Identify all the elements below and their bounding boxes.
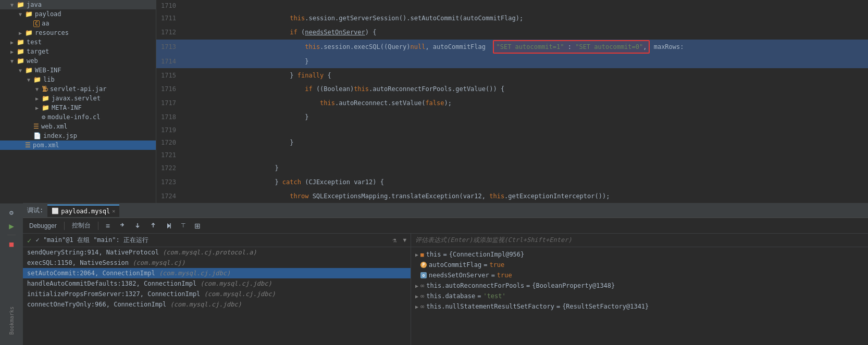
sidebar-item-label: META-INF [52,104,82,111]
step-into-btn[interactable] [132,221,143,231]
code-lines: 1710 1711 this.session.getServerSession(… [156,0,868,203]
line-number: 1711 [156,12,182,24]
folder-icon: 📁 [42,104,49,111]
var-item-needssetonserver[interactable]: ▶ o needsSetOnServer = true [411,270,868,280]
run-btn[interactable]: ▶ [7,221,16,231]
var-value: true [489,261,504,269]
sidebar-item-servlet[interactable]: ▼ 🗜 servlet-api.jar [0,84,156,94]
sidebar-item-lib[interactable]: ▼ 📁 lib [0,75,156,84]
thread-status: ✓ ✓ "main"@1 在组 "main": 正在运行 ⚗ ▼ [23,234,411,247]
chevron-icon: ▼ [19,68,25,73]
var-item-this[interactable]: ▶ ■ this = {ConnectionImpl@956} [411,249,868,260]
folder-icon: 📁 [33,76,41,83]
line-number: 1724 [156,190,182,202]
code-text: } [230,113,309,121]
sidebar-item-java[interactable]: ▼ 📁 java [0,0,156,9]
var-item-autoreconnect[interactable]: ▶ ∞ this.autoReconnectForPools = {Boolea… [411,280,868,291]
sidebar-item-module[interactable]: ▶ ⚙ module-info.cl [0,112,156,122]
var-value: {ConnectionImpl@956} [449,251,525,258]
chevron-icon: ▶ [35,96,42,101]
jar-icon: 🗜 [42,85,48,93]
debug-tab-active[interactable]: ⬜ payload.mysql ✕ [47,205,119,217]
chevron-icon: ▼ [35,86,42,92]
var-arrow-icon: ▶ [415,304,418,310]
sidebar-item-resources[interactable]: ▶ 📁 resources [0,28,156,37]
stack-frame-4[interactable]: initializePropsFromServer:1327, Connecti… [23,289,411,299]
run-to-cursor-btn[interactable] [163,221,175,231]
filter-icon[interactable]: ⚗ [393,236,397,244]
var-item-database[interactable]: ▶ ∞ this.database = 'test' [411,291,868,301]
stop-btn[interactable]: ■ [7,239,16,249]
eval-placeholder[interactable]: 评估表达式(Enter)或添加监视(Ctrl+Shift+Enter) [415,236,572,244]
line-number: 1717 [156,97,182,109]
sidebar-item-label: payload [35,10,61,18]
frames-btn[interactable]: ⊤ [179,221,188,230]
settings-btn[interactable]: ⚙ [7,208,16,217]
toolbar-sep [64,222,65,230]
bookmarks-section: Bookmarks [0,306,23,335]
var-item-nullstatement[interactable]: ▶ ∞ this.nullStatementResultSetFactory =… [411,301,868,312]
line-number: 1721 [156,149,182,161]
chevron-icon: ▼ [10,2,17,8]
throw-keyword: throw [290,193,308,200]
debug-panel: ⚙ ▶ ■ Bookmarks 调试: ⬜ payload.mysql ✕ De… [23,203,868,345]
sidebar-item-metainf[interactable]: ▶ 📁 META-INF [0,103,156,112]
console-btn[interactable]: 控制台 [70,220,93,231]
step-over-icon [118,222,126,229]
tab-close-btn[interactable]: ✕ [112,208,115,214]
stack-frame-0[interactable]: sendQueryString:914, NativeProtocol (com… [23,247,411,258]
stack-panel: ✓ ✓ "main"@1 在组 "main": 正在运行 ⚗ ▼ sendQue… [23,234,411,345]
sidebar-item-label: web.xml [41,123,68,130]
toolbar-sep2 [98,222,98,230]
var-equals: = [443,251,447,258]
chevron-icon: ▶ [10,49,17,55]
sidebar-item-aa[interactable]: ▶ C aa [0,19,156,28]
this-var-icon: ■ [420,251,424,258]
sidebar-item-javax[interactable]: ▶ 📁 javax.servlet [0,94,156,103]
folder-icon: 📁 [17,48,24,55]
sidebar-item-web[interactable]: ▼ 📁 web [0,56,156,66]
dropdown-arrow[interactable]: ▼ [403,237,406,244]
stack-frames: sendQueryString:914, NativeProtocol (com… [23,247,411,345]
var-name: autoCommitFlag [429,261,481,269]
code-line-1718: 1718 } [156,110,868,124]
var-equals: = [483,261,487,269]
sidebar-item-indexjsp[interactable]: ▶ 📄 index.jsp [0,131,156,140]
frame-text: setAutoCommit:2064, ConnectionImpl [27,270,159,277]
chevron-icon: ▼ [10,58,17,64]
tab-file-icon: ⬜ [52,208,59,214]
frame-text: handleAutoCommitDefaults:1382, Connectio… [27,280,200,287]
var-name: this.nullStatementResultSetFactory [426,303,554,310]
stack-frame-5[interactable]: connectOneTryOnly:966, ConnectionImpl (c… [23,299,411,310]
oo-icon: ∞ [420,303,424,310]
code-line-1724: 1724 throw SQLExceptionsMapping.translat… [156,189,868,203]
vars-panel: 评估表达式(Enter)或添加监视(Ctrl+Shift+Enter) ▶ ■ … [411,234,868,345]
frame-italic: (com.mysql.cj.jdbc) [200,280,271,287]
separator [7,235,16,235]
settings-debug-btn[interactable]: ⊞ [192,221,203,231]
var-equals: = [526,282,530,289]
stack-frame-1[interactable]: execSQL:1150, NativeSession (com.mysql.c… [23,258,411,268]
sidebar-item-label: servlet-api.jar [50,85,106,93]
debug-label: 调试: [27,206,43,215]
sidebar-item-pomxml[interactable]: ▶ ☰ pom.xml [0,140,156,150]
sidebar-item-target[interactable]: ▶ 📁 target [0,47,156,56]
line-number: 1718 [156,111,182,123]
this-keyword: this [489,193,504,200]
sidebar-item-webinf[interactable]: ▼ 📁 WEB-INF [0,66,156,75]
line-number: 1715 [156,70,182,81]
sidebar-item-test[interactable]: ▶ 📁 test [0,37,156,47]
step-out-btn[interactable] [147,221,159,231]
debugger-btn[interactable]: Debugger [27,221,59,231]
left-actions: ⚙ ▶ ■ Bookmarks [0,203,23,345]
stack-frame-2[interactable]: setAutoCommit:2064, ConnectionImpl (com.… [23,268,411,278]
step-over-btn[interactable] [116,221,128,231]
code-text: SQLExceptionsMapping.translateException(… [308,193,489,200]
layout-btn[interactable]: ≡ [104,221,112,231]
chevron-icon: ▼ [27,77,33,83]
sidebar-item-payload[interactable]: ▼ 📁 payload [0,9,156,19]
var-name: this.database [426,292,475,300]
sidebar-item-webxml[interactable]: ▶ ☰ web.xml [0,122,156,131]
var-item-autocommitflag[interactable]: ▶ P autoCommitFlag = true [411,260,868,270]
stack-frame-3[interactable]: handleAutoCommitDefaults:1382, Connectio… [23,278,411,289]
